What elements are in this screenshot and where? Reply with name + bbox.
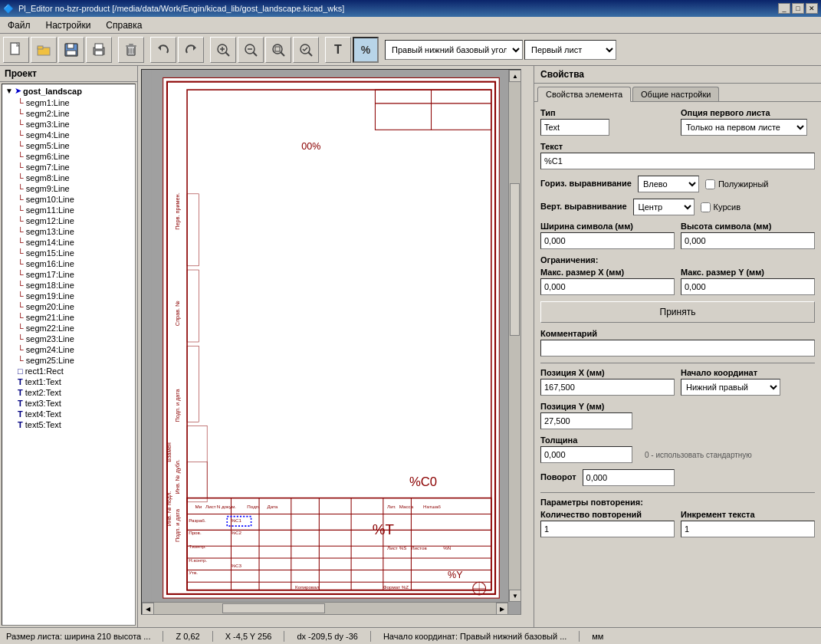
undo-button[interactable] (150, 37, 176, 63)
menu-settings[interactable]: Настройки (41, 18, 96, 32)
corner-select[interactable]: Правый нижний базовый уголЛевый нижний б… (385, 40, 523, 60)
pos-x-input[interactable] (540, 379, 675, 396)
maximize-btn[interactable]: □ (792, 3, 804, 14)
zoom-fit-button[interactable] (265, 37, 291, 63)
type-input[interactable] (540, 119, 609, 136)
tree-item-segm19[interactable]: └ segm19:Line (2, 291, 135, 301)
tree-item-segm9[interactable]: └ segm9:Line (2, 183, 135, 194)
save-button[interactable] (58, 37, 84, 63)
tree-item-segm20[interactable]: └ segm20:Line (2, 301, 135, 312)
tree-item-segm2[interactable]: └ segm2:Line (2, 108, 135, 119)
symbol-width-input[interactable] (540, 232, 675, 249)
zoom-in-button[interactable] (210, 37, 236, 63)
tree-item-segm16[interactable]: └ segm16:Line (2, 258, 135, 269)
delete-button[interactable] (118, 37, 144, 63)
tree-item-label: segm2:Line (26, 109, 70, 118)
tree-item-segm7[interactable]: └ segm7:Line (2, 162, 135, 172)
scroll-thumb-v[interactable] (510, 183, 520, 336)
horizontal-scrollbar[interactable]: ◀ ▶ (142, 602, 508, 614)
menu-file[interactable]: Файл (3, 18, 35, 32)
vertical-scrollbar[interactable]: ▲ ▼ (508, 70, 521, 602)
percent-tool-button[interactable]: % (353, 37, 379, 63)
tree-item-segm10[interactable]: └ segm10:Line (2, 194, 135, 205)
zoom-select-button[interactable] (293, 37, 319, 63)
tree-item-segm5[interactable]: └ segm5:Line (2, 140, 135, 151)
minimize-btn[interactable]: _ (778, 3, 790, 14)
svg-text:%C3: %C3 (231, 563, 241, 568)
tree-item-segm11[interactable]: └ segm11:Line (2, 205, 135, 215)
zoom-out-button[interactable] (238, 37, 264, 63)
italic-label: Курсив (714, 202, 741, 212)
tree-item-segm3[interactable]: └ segm3:Line (2, 119, 135, 130)
repeat-count-input[interactable] (540, 521, 675, 537)
horiz-align-select[interactable]: ВлевоПо центруВправо (638, 176, 699, 192)
tree-item-segm6[interactable]: └ segm6:Line (2, 151, 135, 162)
text-icon: T (18, 409, 23, 419)
first-sheet-select[interactable]: Только на первом листеНа всех листахТоль… (681, 119, 807, 136)
thickness-input[interactable] (540, 446, 632, 463)
scroll-down-btn[interactable]: ▼ (509, 590, 521, 602)
tree-item-segm18[interactable]: └ segm18:Line (2, 280, 135, 291)
sheet-select[interactable]: Первый листВторой листВсе листы (524, 40, 616, 60)
menu-help[interactable]: Справка (101, 18, 146, 32)
pos-y-input[interactable] (540, 412, 632, 429)
status-bar: Размер листа: ширина 210 высота ... Z 0,… (0, 627, 821, 644)
tree-item-segm8[interactable]: └ segm8:Line (2, 172, 135, 183)
tree-item-segm4[interactable]: └ segm4:Line (2, 130, 135, 140)
tree-item-label: segm5:Line (26, 141, 70, 150)
scroll-left-btn[interactable]: ◀ (142, 603, 154, 615)
tree-item-segm13[interactable]: └ segm13:Line (2, 226, 135, 237)
text-increment-input[interactable] (681, 521, 815, 537)
coord-origin-select[interactable]: Нижний правыйНижний левыйВерхний правыйВ… (681, 379, 780, 396)
tree-item-segm17[interactable]: └ segm17:Line (2, 269, 135, 280)
tree-item-text3[interactable]: T text3:Text (2, 398, 135, 409)
scroll-up-btn[interactable]: ▲ (509, 70, 521, 82)
text-tool-button[interactable]: T (325, 37, 351, 63)
tree-item-segm21[interactable]: └ segm21:Line (2, 312, 135, 323)
canvas-area[interactable]: 00% Перв. примен. Справ. № Подп. и дата … (138, 66, 534, 627)
text-input[interactable] (540, 153, 815, 169)
tree-item-text1[interactable]: T text1:Text (2, 376, 135, 387)
tree-item-rect1[interactable]: □ rect1:Rect (2, 366, 135, 376)
tree-item-segm24[interactable]: └ segm24:Line (2, 344, 135, 355)
tree-item-text5[interactable]: T text5:Text (2, 419, 135, 430)
tab-element-properties[interactable]: Свойства элемента (537, 87, 631, 102)
canvas-inner[interactable]: 00% Перв. примен. Справ. № Подп. и дата … (141, 69, 521, 615)
bold-checkbox[interactable] (705, 179, 715, 189)
max-x-input[interactable] (540, 278, 675, 295)
tree-item-segm1[interactable]: └ segm1:Line (2, 97, 135, 108)
tree-item-segm22[interactable]: └ segm22:Line (2, 323, 135, 334)
symbol-height-input[interactable] (681, 232, 815, 249)
text-field-label: Текст (540, 142, 815, 151)
scroll-right-btn[interactable]: ▶ (496, 603, 508, 615)
tab-general-settings[interactable]: Общие настройки (632, 87, 719, 101)
drawing-canvas[interactable]: 00% Перв. примен. Справ. № Подп. и дата … (142, 70, 521, 614)
vert-align-select[interactable]: ВерхЦентрНиз (633, 199, 695, 215)
tree-item-text4[interactable]: T text4:Text (2, 409, 135, 419)
rotation-input[interactable] (583, 469, 675, 486)
scroll-track-v[interactable] (509, 82, 521, 590)
open-button[interactable] (31, 37, 57, 63)
svg-line-18 (225, 52, 229, 56)
tree-item-label: text5:Text (25, 420, 61, 429)
tree-container[interactable]: ▼ ➤ gost_landscap └ segm1:Line └ segm2:L… (2, 84, 136, 626)
scroll-track-h[interactable] (154, 603, 496, 614)
tree-item-segm25[interactable]: └ segm25:Line (2, 355, 135, 366)
redo-button[interactable] (178, 37, 204, 63)
italic-checkbox[interactable] (701, 202, 711, 212)
tree-item-segm23[interactable]: └ segm23:Line (2, 334, 135, 344)
close-btn[interactable]: ✕ (806, 3, 818, 14)
new-button[interactable] (3, 37, 29, 63)
tree-root-item[interactable]: ▼ ➤ gost_landscap (2, 84, 135, 97)
accept-button[interactable]: Принять (540, 301, 815, 323)
print-button[interactable] (86, 37, 112, 63)
scroll-thumb-h[interactable] (222, 603, 325, 613)
max-y-input[interactable] (681, 278, 815, 295)
tree-item-segm14[interactable]: └ segm14:Line (2, 237, 135, 248)
tree-item-segm15[interactable]: └ segm15:Line (2, 248, 135, 258)
tree-item-text2[interactable]: T text2:Text (2, 387, 135, 398)
comment-input[interactable] (540, 340, 815, 356)
svg-text:Пров.: Пров. (189, 530, 202, 535)
tree-item-label: segm22:Line (26, 324, 74, 333)
tree-item-segm12[interactable]: └ segm12:Line (2, 215, 135, 226)
